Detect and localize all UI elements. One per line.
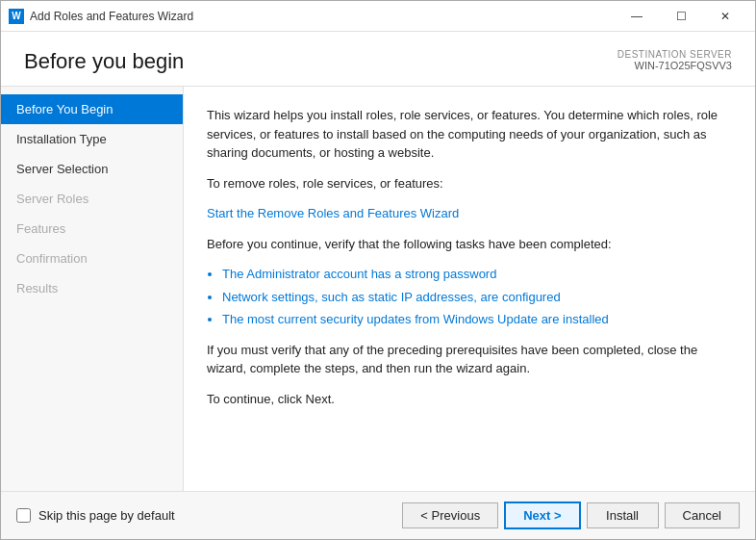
footer: Skip this page by default < Previous Nex…: [1, 491, 755, 539]
cancel-button[interactable]: Cancel: [665, 502, 740, 528]
destination-label: DESTINATION SERVER: [617, 49, 732, 60]
remove-link-paragraph: Start the Remove Roles and Features Wiza…: [207, 204, 732, 223]
continue-note: To continue, click Next.: [207, 390, 732, 409]
page-title: Before you begin: [24, 49, 184, 74]
sidebar: Before You Begin Installation Type Serve…: [1, 87, 184, 491]
install-button[interactable]: Install: [587, 502, 659, 528]
prerequisites-list: The Administrator account has a strong p…: [222, 265, 732, 329]
intro-paragraph: This wizard helps you install roles, rol…: [207, 106, 732, 163]
maximize-button[interactable]: ☐: [659, 1, 703, 32]
next-button[interactable]: Next >: [504, 501, 580, 529]
page-header: Before you begin DESTINATION SERVER WIN-…: [1, 32, 755, 87]
sidebar-item-server-selection[interactable]: Server Selection: [1, 154, 183, 184]
close-button[interactable]: ✕: [703, 1, 747, 32]
main-area: Before You Begin Installation Type Serve…: [1, 87, 755, 491]
minimize-button[interactable]: —: [615, 1, 659, 32]
sidebar-item-server-roles: Server Roles: [1, 184, 183, 214]
title-bar: W Add Roles and Features Wizard — ☐ ✕: [1, 1, 755, 32]
destination-server-info: DESTINATION SERVER WIN-71O25FQSVV3: [617, 49, 732, 71]
remove-link[interactable]: Start the Remove Roles and Features Wiza…: [207, 206, 459, 220]
bullet-item-1: The Administrator account has a strong p…: [222, 265, 732, 284]
window-title: Add Roles and Features Wizard: [30, 10, 615, 23]
wizard-window: W Add Roles and Features Wizard — ☐ ✕ Be…: [0, 0, 756, 540]
window-controls: — ☐ ✕: [615, 1, 747, 32]
skip-checkbox[interactable]: [16, 508, 31, 523]
skip-label[interactable]: Skip this page by default: [38, 508, 175, 523]
bullet-item-2: Network settings, such as static IP addr…: [222, 288, 732, 307]
footer-left: Skip this page by default: [16, 508, 396, 523]
verify-note: If you must verify that any of the prece…: [207, 341, 732, 378]
sidebar-item-installation-type[interactable]: Installation Type: [1, 124, 183, 154]
destination-server-name: WIN-71O25FQSVV3: [617, 60, 732, 71]
sidebar-item-results: Results: [1, 273, 183, 303]
app-icon: W: [9, 9, 24, 24]
previous-button[interactable]: < Previous: [402, 502, 498, 528]
sidebar-item-features: Features: [1, 214, 183, 244]
content-area: This wizard helps you install roles, rol…: [184, 87, 755, 491]
skip-checkbox-area: Skip this page by default: [16, 508, 175, 523]
remove-label: To remove roles, role services, or featu…: [207, 174, 732, 193]
verify-paragraph: Before you continue, verify that the fol…: [207, 235, 732, 254]
sidebar-item-before-you-begin[interactable]: Before You Begin: [1, 94, 183, 124]
sidebar-item-confirmation: Confirmation: [1, 244, 183, 273]
bullet-item-3: The most current security updates from W…: [222, 310, 732, 329]
